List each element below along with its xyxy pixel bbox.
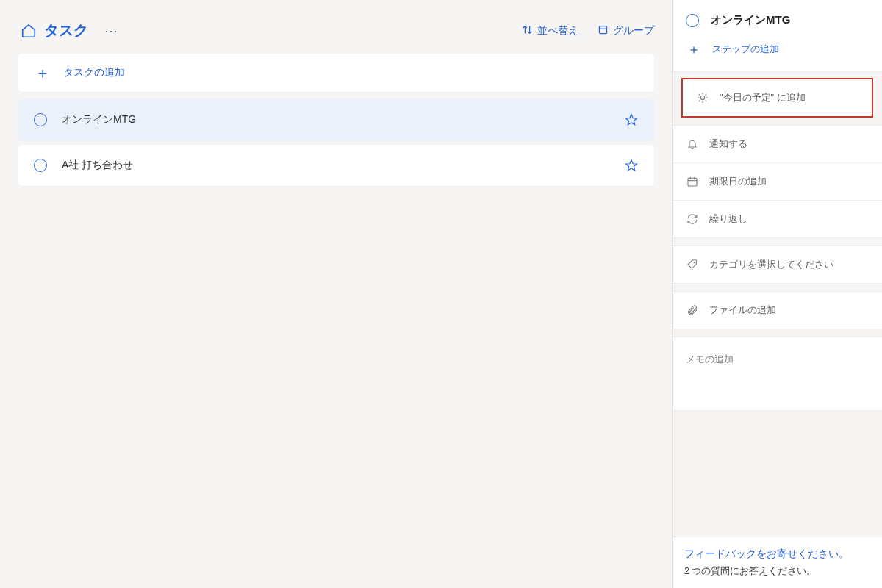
remind-button[interactable]: 通知する <box>673 126 882 163</box>
panel-title-row: オンラインMTG <box>686 13 869 27</box>
bell-icon <box>686 138 699 150</box>
add-step-label: ステップの追加 <box>712 43 779 56</box>
home-icon <box>21 23 37 39</box>
tag-icon <box>686 259 699 270</box>
add-file-button[interactable]: ファイルの追加 <box>673 292 882 329</box>
panel-head: オンラインMTG ＋ ステップの追加 <box>673 0 882 72</box>
feedback-title: フィードバックをお寄せください。 <box>684 548 870 561</box>
sort-label: 並べ替え <box>537 24 578 37</box>
svg-line-12 <box>706 94 706 95</box>
due-date-label: 期限日の追加 <box>709 175 767 188</box>
sort-icon <box>522 24 533 37</box>
star-icon[interactable] <box>625 159 638 172</box>
sort-button[interactable]: 並べ替え <box>522 24 578 37</box>
task-list: ＋ タスクの追加 オンラインMTG A社 打ち合わせ <box>0 54 672 186</box>
svg-line-10 <box>706 101 706 101</box>
remind-label: 通知する <box>709 137 747 151</box>
task-title: A社 打ち合わせ <box>62 159 610 172</box>
group-icon <box>598 24 609 37</box>
add-to-myday-label: "今日の予定" に追加 <box>720 91 806 104</box>
repeat-icon <box>686 213 699 225</box>
schedule-section: 通知する 期限日の追加 繰り返し <box>673 125 882 238</box>
complete-circle-icon[interactable] <box>686 14 699 27</box>
svg-marker-2 <box>626 115 637 125</box>
repeat-label: 繰り返し <box>709 212 747 226</box>
task-title: オンラインMTG <box>62 113 610 126</box>
category-button[interactable]: カテゴリを選択してください <box>673 246 882 283</box>
repeat-button[interactable]: 繰り返し <box>673 201 882 237</box>
task-row[interactable]: A社 打ち合わせ <box>18 145 654 186</box>
header: タスク ⋯ 並べ替え グループ <box>0 21 672 54</box>
header-right: 並べ替え グループ <box>522 24 654 37</box>
add-task-input[interactable]: ＋ タスクの追加 <box>18 54 654 92</box>
category-label: カテゴリを選択してください <box>709 258 833 271</box>
svg-rect-0 <box>600 26 607 33</box>
memo-placeholder: メモの追加 <box>686 354 734 365</box>
complete-circle-icon[interactable] <box>34 113 47 126</box>
svg-line-11 <box>699 101 700 101</box>
plus-icon: ＋ <box>35 63 50 83</box>
svg-marker-3 <box>626 160 637 171</box>
svg-line-9 <box>699 94 700 95</box>
paperclip-icon <box>686 304 699 316</box>
panel-title: オンラインMTG <box>711 13 790 27</box>
add-to-myday-button[interactable]: "今日の予定" に追加 <box>683 79 872 116</box>
task-row[interactable]: オンラインMTG <box>18 99 654 140</box>
calendar-icon <box>686 176 699 187</box>
add-file-label: ファイルの追加 <box>709 304 776 317</box>
add-to-myday-highlight: "今日の予定" に追加 <box>681 78 873 118</box>
add-step-button[interactable]: ＋ ステップの追加 <box>686 27 869 60</box>
header-left: タスク ⋯ <box>21 21 123 40</box>
main-area: タスク ⋯ 並べ替え グループ <box>0 0 672 588</box>
svg-point-4 <box>700 96 704 99</box>
complete-circle-icon[interactable] <box>34 159 47 172</box>
star-icon[interactable] <box>625 113 638 126</box>
plus-icon: ＋ <box>687 40 700 58</box>
svg-point-17 <box>694 262 695 263</box>
svg-rect-13 <box>688 178 697 186</box>
add-task-label: タスクの追加 <box>63 66 125 79</box>
group-button[interactable]: グループ <box>598 24 654 37</box>
detail-panel: オンラインMTG ＋ ステップの追加 "今日の予定" に追加 <box>672 0 882 588</box>
file-section: ファイルの追加 <box>673 291 882 329</box>
due-date-button[interactable]: 期限日の追加 <box>673 163 882 201</box>
more-icon[interactable]: ⋯ <box>100 23 123 39</box>
category-section: カテゴリを選択してください <box>673 245 882 284</box>
page-title: タスク <box>44 21 88 40</box>
feedback-box[interactable]: フィードバックをお寄せください。 2 つの質問にお答えください。 <box>673 537 882 588</box>
group-label: グループ <box>613 24 654 37</box>
memo-input[interactable]: メモの追加 <box>673 337 882 411</box>
sun-icon <box>696 92 709 104</box>
feedback-sub: 2 つの質問にお答えください。 <box>684 565 870 578</box>
